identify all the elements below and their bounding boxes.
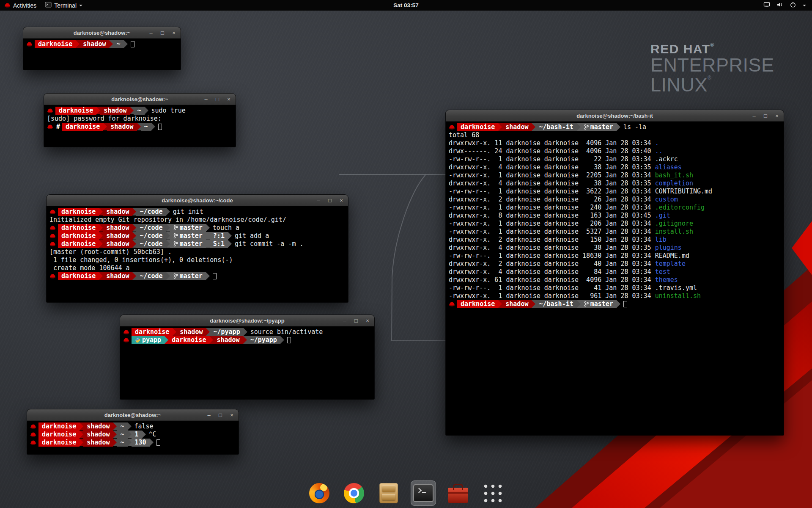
terminal-line: drwxrwxr-x. 4 darknoise darknoise 38 Jan… <box>449 179 784 188</box>
minimize-button[interactable]: – <box>148 27 154 39</box>
desktop: RED HAT® ENTERPRISE LINUX® Activities Te… <box>0 0 812 508</box>
maximize-button[interactable]: □ <box>214 94 220 105</box>
terminal-body[interactable]: darknoiseshadow~ <box>23 39 181 69</box>
terminal-cursor <box>156 439 160 446</box>
prompt-segment: darknoise <box>457 300 498 308</box>
powerline-separator <box>99 208 103 215</box>
terminal-window: darknoise@shadow:~/pyapp – □ × darknoise… <box>120 315 374 399</box>
minimize-button[interactable]: – <box>203 94 209 105</box>
prompt-segment: shadow <box>103 208 132 216</box>
dock-item-firefox[interactable] <box>307 480 332 506</box>
prompt-segment: darknoise <box>168 336 209 344</box>
app-menu-terminal[interactable]: Terminal <box>41 0 87 11</box>
minimize-button[interactable]: – <box>751 110 757 121</box>
close-button[interactable]: × <box>171 27 177 39</box>
terminal-line: -rw-rw-r--. 1 darknoise darknoise 3622 J… <box>449 188 784 196</box>
close-button[interactable]: × <box>229 409 235 421</box>
powerline-separator <box>166 272 170 280</box>
powerline-separator <box>80 422 83 430</box>
powerline-separator <box>209 336 213 344</box>
terminal-body[interactable]: darknoiseshadow~/codegit initInitialized… <box>47 206 348 302</box>
powerline-separator <box>132 272 136 280</box>
terminal-line: darknoiseshadow~/codemastertouch a <box>49 224 348 232</box>
prompt-segment: shadow <box>213 336 243 344</box>
prompt-segment: ~/pyapp <box>247 336 280 344</box>
terminal-line: drwxrwxr-x. 4 darknoise darknoise 38 Jan… <box>449 244 784 252</box>
command-text: git add a <box>232 232 269 240</box>
file-name: uninstall.sh <box>655 292 701 300</box>
dock-item-appgrid[interactable] <box>480 480 505 506</box>
window-titlebar[interactable]: darknoise@shadow:~ – □ × <box>27 409 239 421</box>
prompt-segment: ?:1 <box>210 232 228 240</box>
window-titlebar[interactable]: darknoise@shadow:~ – □ × <box>23 27 181 39</box>
dock-item-files[interactable] <box>376 480 401 506</box>
maximize-button[interactable]: □ <box>327 195 333 206</box>
powerline-separator <box>109 40 113 48</box>
terminal-cursor <box>131 41 134 47</box>
window-titlebar[interactable]: darknoise@shadow:~/code – □ × <box>47 195 348 206</box>
prompt-segment: master <box>581 123 617 131</box>
dock-item-toolbox[interactable] <box>445 480 471 506</box>
terminal-body[interactable]: darknoiseshadow~/bash-itmasterls -latota… <box>446 121 784 435</box>
powerline-separator <box>76 40 80 48</box>
terminal-window: darknoise@shadow:~ – □ × darknoiseshadow… <box>27 409 239 454</box>
window-controls: – □ × <box>203 94 232 105</box>
branch-icon <box>173 240 180 248</box>
redhat-prompt-icon <box>123 328 130 336</box>
window-title: darknoise@shadow:~ <box>111 96 168 102</box>
prompt-segment: darknoise <box>58 208 99 216</box>
terminal-line: -rwxrwxr-x. 1 darknoise darknoise 206 Ja… <box>449 220 784 228</box>
powerline-separator <box>228 240 232 248</box>
minimize-button[interactable]: – <box>315 195 321 206</box>
close-button[interactable]: × <box>774 110 780 121</box>
dock-item-terminal[interactable] <box>411 480 436 506</box>
redhat-prompt-icon <box>449 300 456 308</box>
powerline-separator <box>99 240 103 248</box>
prompt-segment: shadow <box>80 40 109 48</box>
maximize-button[interactable]: □ <box>763 110 768 121</box>
window-controls: – □ × <box>342 315 370 326</box>
file-meta: drwxrwxr-x. 2 darknoise darknoise 26 Jan… <box>449 196 655 203</box>
window-controls: – □ × <box>148 27 177 38</box>
power-icon[interactable] <box>790 1 796 9</box>
powerline-separator <box>173 328 176 336</box>
maximize-button[interactable]: □ <box>159 27 165 39</box>
display-icon[interactable] <box>763 1 770 9</box>
prompt-segment: darknoise <box>38 439 80 447</box>
prompt-segment: ~ <box>134 107 144 115</box>
file-meta: drwxrwxr-x. 8 darknoise darknoise 163 Ja… <box>449 212 655 219</box>
terminal-cursor <box>623 301 627 307</box>
terminal-body[interactable]: darknoiseshadow~/pyappsource bin/activat… <box>120 326 374 399</box>
terminal-body[interactable]: darknoiseshadow~falsedarknoiseshadow~1^C… <box>27 421 239 454</box>
redhat-prompt-icon <box>26 40 33 48</box>
file-name: .gitignore <box>655 220 693 227</box>
prompt-segment: master <box>170 240 206 248</box>
close-button[interactable]: × <box>338 195 344 206</box>
redhat-logo-icon <box>4 2 11 9</box>
terminal-line: darknoiseshadow~/codemasterS:1git commit… <box>49 240 348 248</box>
close-button[interactable]: × <box>365 315 370 326</box>
prompt-segment: shadow <box>502 300 532 308</box>
terminal-line: -rwxrwxr-x. 1 darknoise darknoise 5327 J… <box>449 228 784 236</box>
prompt-segment: shadow <box>83 422 113 431</box>
clock[interactable]: Sat 03:57 <box>393 2 418 8</box>
minimize-button[interactable]: – <box>342 315 348 326</box>
file-meta: -rw-rw-r--. 1 darknoise darknoise 3622 J… <box>449 188 655 195</box>
dock-item-chrome[interactable] <box>341 480 367 506</box>
volume-icon[interactable] <box>776 1 783 9</box>
close-button[interactable]: × <box>226 94 232 105</box>
window-titlebar[interactable]: darknoise@shadow:~ – □ × <box>44 94 236 105</box>
chrome-icon <box>344 483 364 503</box>
terminal-line: drwxrwxr-x. 8 darknoise darknoise 163 Ja… <box>449 212 784 220</box>
terminal-body[interactable]: darknoiseshadow~sudo true[sudo] password… <box>44 105 236 146</box>
file-name: .git <box>655 212 670 219</box>
powerline-separator <box>617 123 620 131</box>
window-titlebar[interactable]: darknoise@shadow:~/pyapp – □ × <box>120 315 374 326</box>
activities-button[interactable]: Activities <box>0 0 41 11</box>
maximize-button[interactable]: □ <box>353 315 359 326</box>
command-text: sudo true <box>148 107 186 114</box>
minimize-button[interactable]: – <box>206 409 212 421</box>
window-titlebar[interactable]: darknoise@shadow:~/bash-it – □ × <box>446 110 784 121</box>
maximize-button[interactable]: □ <box>217 409 223 421</box>
command-text: touch a <box>210 224 239 232</box>
